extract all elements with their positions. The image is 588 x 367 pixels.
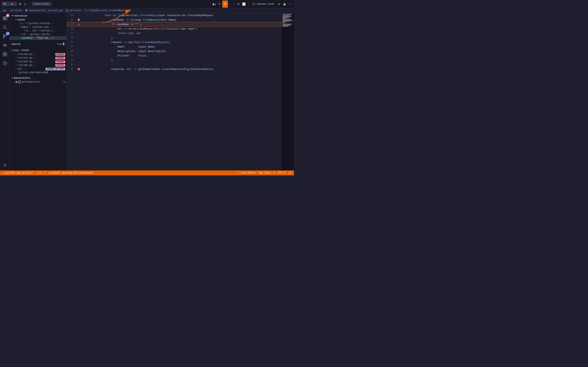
call-stack-chevron: ▼ (11, 49, 13, 52)
var-r1[interactable]: › ~r1 : nil <*github.c... (10, 29, 67, 33)
more-actions-button[interactable]: ⋯ (288, 2, 292, 7)
breadcrumb-item-file[interactable]: 🔵 repositories_service.go (25, 9, 63, 12)
var-s[interactable]: › s : <*github.com/Sop... (10, 22, 67, 25)
svg-rect-16 (18, 81, 21, 83)
watch-actions: + ⊟ 🗑 (57, 42, 65, 46)
line-num-40: 40 (67, 59, 77, 62)
settings-activity-icon[interactable] (1, 161, 9, 169)
cs-chevron-4: › (16, 68, 17, 70)
call-stack-title: CALL STACK (14, 49, 29, 52)
reload-button[interactable]: ↺ (236, 2, 241, 7)
var-r1-val: : nil <*github.c... (29, 29, 57, 32)
encoding-status[interactable]: UTF-8 (278, 171, 285, 174)
watch-title: WATCH (13, 43, 20, 45)
line-content-42: response, err := githubprovider.CreateRe… (81, 65, 282, 74)
var-reponame-label: repoName (21, 37, 33, 40)
breadcrumb-item-services[interactable]: services (10, 9, 22, 12)
watch-header[interactable]: ▼ WATCH + ⊟ 🗑 (10, 42, 67, 47)
line-gutter-32: ▷ (77, 23, 81, 26)
cs-label-1: runtime.go... (17, 57, 37, 59)
call-stack-item-1[interactable]: › runtime.go... PAUSED (10, 56, 67, 60)
warning-icon: ⚠ (42, 171, 43, 175)
debug-name[interactable]: DE... ▶ ⌄ (2, 2, 17, 6)
svg-rect-4 (5, 18, 7, 20)
live-share-label: Live Share (241, 171, 255, 174)
code-editor[interactable]: 30 func (s *repoService) CreateRepo(inpu… (67, 13, 294, 170)
git-branch-label: github-api-project* (6, 171, 34, 174)
breakpoint-item-0[interactable]: githubprovid... 73 (10, 80, 67, 84)
breakpoints-header[interactable]: ▼ BREAKPOINTS (10, 76, 67, 80)
svg-rect-11 (3, 52, 4, 54)
method-icon: ⬡ (84, 9, 86, 12)
var-r2[interactable]: › ~r2 : <github.com/So... (10, 33, 67, 36)
line-num-37: 37 (67, 45, 77, 48)
search-icon[interactable] (1, 24, 9, 31)
line-ending-status[interactable]: LF (289, 171, 292, 174)
breadcrumb: api › services › 🔵 repositories_service.… (0, 8, 294, 13)
stop-button[interactable]: ⬜ (241, 2, 246, 7)
call-stack-header[interactable]: ▼ CALL STACK (10, 48, 67, 52)
call-stack-item-3[interactable]: › runtime.go... PAUSED (10, 63, 67, 67)
explorer-icon[interactable]: 1 (1, 15, 9, 22)
split-editor-button[interactable]: ⇄ (277, 2, 281, 7)
breakpoint-dot-31 (78, 19, 80, 21)
local-section[interactable]: ▼ Local (10, 18, 67, 22)
step-out-button[interactable]: ↑ (233, 2, 236, 7)
cs-chevron-0: › (16, 53, 17, 55)
tab-size-label: Tab Size: 4 (259, 171, 275, 174)
var-input[interactable]: › input : <github.com/... (10, 25, 67, 29)
tab-size-status[interactable]: Tab Size: 4 (259, 171, 275, 174)
line-num-36: 36 (67, 41, 77, 44)
remote-icon[interactable] (1, 59, 9, 67)
launch-json-tab[interactable]: {} launch.json (251, 2, 276, 6)
call-stack-item-4[interactable]: › git... PAUSED ON STEP (10, 67, 67, 71)
git-branch-status[interactable]: ⎇ github-api-project* (2, 171, 34, 175)
svg-point-8 (5, 35, 7, 36)
step-into-button[interactable]: ↓ (229, 2, 232, 7)
svg-point-15 (4, 165, 6, 166)
main-layout: 1 7 (0, 13, 294, 170)
tab-untitled[interactable]: ≡ Untitled- (32, 2, 52, 6)
cs-label-0: runtime.go... (17, 53, 37, 56)
watch-remove-icon[interactable]: 🗑 (62, 42, 65, 46)
continue-button[interactable]: ▶| (212, 2, 217, 7)
debug-icon[interactable] (1, 42, 9, 49)
encoding-label: UTF-8 (278, 171, 285, 174)
errors-status[interactable]: ⊗ 0 ⚠ 1 (37, 171, 46, 175)
breadcrumb-item-method[interactable]: ⬡ (*repoService).CreateRepo (84, 9, 124, 12)
call-stack-item-0[interactable]: › runtime.go... PAUSED (10, 52, 67, 56)
extensions-icon[interactable] (1, 50, 9, 58)
launch-status[interactable]: ▶ Launch (golang-microservices) (49, 171, 94, 175)
cs-chevron-1: › (16, 57, 17, 59)
braces-icon: {} (66, 9, 68, 12)
editor-inner: 30 func (s *repoService) CreateRepo(inpu… (67, 13, 294, 170)
line-num-42: 42 (67, 68, 77, 71)
call-stack-item-5[interactable]: github.com/SophieDeB (10, 71, 67, 75)
breadcrumb-item-services2[interactable]: {} services (66, 9, 81, 12)
checkbox-icon (18, 81, 21, 83)
source-control-icon[interactable]: 7 (1, 33, 9, 40)
var-reponame[interactable]: › repoName : "Test-Go..." (10, 36, 67, 40)
settings-button[interactable]: ⚙ (18, 2, 22, 7)
line-num-30: 30 (67, 14, 77, 17)
open-editor-button[interactable]: ▷ (24, 2, 27, 7)
code-scroll-area[interactable]: 30 func (s *repoService) CreateRepo(inpu… (67, 13, 282, 170)
line-num-35: 35 (67, 36, 77, 39)
live-share-status[interactable]: ⚡ Live Share (238, 171, 255, 175)
watch-add-icon[interactable]: + (57, 42, 59, 46)
call-stack-section: ▼ CALL STACK › runtime.go... PAUSED › ru… (10, 48, 67, 75)
line-num-41: 41 (67, 63, 77, 66)
step-over-button[interactable]: ↷ (217, 2, 222, 7)
layout-button[interactable]: ▣ (282, 2, 287, 7)
editor-panel-area: 30 func (s *repoService) CreateRepo(inpu… (67, 13, 294, 170)
variables-header[interactable]: ▼ VARIABLES (10, 14, 67, 18)
watch-collapse-icon[interactable]: ⊟ (60, 42, 61, 46)
minimap-content (282, 13, 294, 28)
breadcrumb-item-api[interactable]: api (2, 9, 7, 12)
top-toolbar: DE... ▶ ⌄ ⚙ ▷ ≡ Untitled- ▶| ↷ ↺ ↓ ↑ ↺ ⬜… (0, 0, 294, 8)
bp-chevron: ▼ (11, 77, 13, 79)
svg-point-10 (4, 44, 6, 46)
call-stack-item-2[interactable]: › runtime.go... PAUSED (10, 60, 67, 63)
breakpoint-dot-42 (78, 68, 80, 70)
restart-button[interactable]: ↺ (222, 1, 228, 8)
